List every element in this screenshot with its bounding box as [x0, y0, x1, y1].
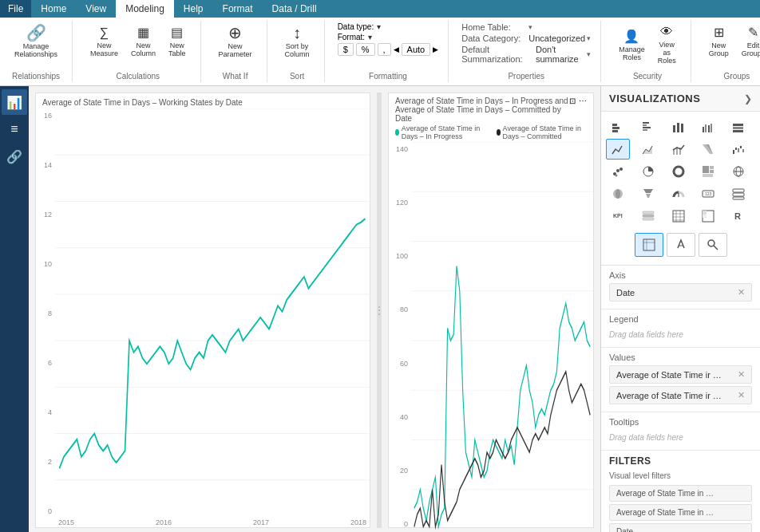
- tab-file[interactable]: File: [0, 0, 31, 18]
- axis-field[interactable]: Date ✕: [609, 283, 752, 301]
- viz-100pct-bar[interactable]: [726, 116, 750, 137]
- svg-point-46: [616, 175, 618, 177]
- values-field-2[interactable]: Average of State Time ir … ✕: [609, 386, 752, 404]
- manage-relationships-button[interactable]: 🔗 ManageRelationships: [10, 22, 62, 61]
- tooltips-section: Tooltips Drag data fields here: [601, 412, 760, 451]
- manage-roles-button[interactable]: 👤 ManageRoles: [614, 26, 650, 64]
- svg-point-45: [619, 167, 623, 171]
- viz-multirow-card[interactable]: [726, 183, 750, 204]
- new-column-button[interactable]: ▦ NewColumn: [126, 22, 160, 60]
- edit-groups-button[interactable]: ✎ EditGroups: [737, 22, 760, 60]
- viz-stacked-column[interactable]: [667, 116, 691, 137]
- percent-button[interactable]: %: [356, 43, 375, 56]
- panel-expand-icon[interactable]: ❯: [744, 93, 752, 104]
- data-category-dropdown[interactable]: Uncategorized: [528, 33, 591, 43]
- svg-rect-20: [643, 122, 649, 124]
- tab-modeling[interactable]: Modeling: [116, 0, 174, 18]
- viz-gauge[interactable]: [667, 183, 691, 204]
- sort-by-column-button[interactable]: ↕ Sort byColumn: [280, 22, 315, 61]
- new-group-button[interactable]: ⊞ NewGroup: [704, 22, 734, 60]
- svg-text:123: 123: [705, 191, 712, 196]
- svg-rect-68: [643, 211, 654, 214]
- new-measure-button[interactable]: ∑ NewMeasure: [85, 23, 123, 60]
- viz-table[interactable]: [667, 206, 691, 227]
- tab-format[interactable]: Format: [213, 0, 263, 18]
- filter-item-2[interactable]: Average of State Time in …: [609, 504, 752, 521]
- currency-button[interactable]: $: [338, 43, 354, 56]
- viz-matrix[interactable]: [696, 206, 720, 227]
- viz-area-chart[interactable]: [636, 139, 660, 160]
- svg-point-44: [616, 169, 619, 172]
- viz-clustered-column[interactable]: [696, 116, 720, 137]
- viz-stacked-bar[interactable]: [606, 116, 630, 137]
- measure-icon: ∑: [100, 26, 109, 40]
- data-view-icon[interactable]: ≡: [2, 116, 27, 142]
- charts-area: Average of State Time in Days – Working …: [35, 93, 594, 528]
- report-view-icon[interactable]: 📊: [2, 89, 27, 115]
- viz-waterfall[interactable]: [726, 139, 750, 160]
- new-parameter-button[interactable]: ⊕ NewParameter: [214, 22, 257, 61]
- roles-icon: 👤: [623, 29, 639, 44]
- fields-tool-button[interactable]: [635, 233, 663, 257]
- summarization-dropdown[interactable]: Don't summarize: [536, 45, 591, 64]
- chart-splitter[interactable]: [377, 93, 382, 528]
- viz-filled-map[interactable]: [606, 183, 630, 204]
- filters-title: FILTERS: [609, 455, 752, 467]
- viz-r-visual[interactable]: R: [726, 206, 750, 227]
- data-type-dropdown[interactable]: ▾: [377, 22, 381, 31]
- axis-field-remove[interactable]: ✕: [738, 287, 745, 298]
- legend-label: Legend: [609, 314, 752, 324]
- legend-dot-inprogress: [395, 129, 399, 136]
- viz-treemap[interactable]: [696, 161, 720, 182]
- filter-item-date[interactable]: Date (All): [609, 523, 752, 532]
- chart-resize-icon[interactable]: ⊡: [569, 97, 576, 105]
- chart-left-plot: 2015 2016 2017 2018: [55, 108, 370, 526]
- main-canvas: Average of State Time in Days – Working …: [29, 86, 600, 532]
- new-table-button[interactable]: ▤ NewTable: [164, 22, 191, 60]
- tab-data-drill[interactable]: Data / Drill: [263, 0, 327, 18]
- viz-funnel[interactable]: [636, 183, 660, 204]
- format-tool-button[interactable]: [667, 233, 695, 257]
- view-as-roles-button[interactable]: 👁 View asRoles: [653, 22, 681, 67]
- tab-help[interactable]: Help: [174, 0, 213, 18]
- values-label: Values: [609, 353, 752, 362]
- viz-ribbon[interactable]: [696, 139, 720, 160]
- svg-rect-42: [742, 149, 744, 152]
- relationship-view-icon[interactable]: 🔗: [2, 144, 27, 169]
- svg-line-86: [714, 246, 718, 250]
- ribbon-group-formatting: Data type: ▾ Format: ▾ $ % , ◀ Auto ▶ Fo…: [334, 21, 449, 82]
- viz-map[interactable]: [726, 161, 750, 182]
- visual-level-filters-label: Visual level filters: [609, 471, 752, 480]
- legend-placeholder: Drag data fields here: [609, 327, 752, 342]
- home-table-dropdown[interactable]: [528, 23, 532, 31]
- values-field-1[interactable]: Average of State Time ir … ✕: [609, 365, 752, 384]
- viz-card[interactable]: 123: [696, 183, 720, 204]
- viz-line-chart[interactable]: [606, 139, 630, 160]
- svg-point-58: [616, 189, 620, 199]
- viz-line-clustered[interactable]: [667, 139, 691, 160]
- chart-more-icon[interactable]: ⋯: [579, 97, 587, 105]
- filter-item-1[interactable]: Average of State Time in …: [609, 485, 752, 502]
- viz-kpi[interactable]: KPI: [606, 206, 630, 227]
- svg-rect-30: [711, 124, 712, 132]
- chart-controls: ⊡ ⋯: [569, 97, 587, 105]
- values-field-1-remove[interactable]: ✕: [738, 369, 745, 380]
- viz-pie[interactable]: [636, 161, 660, 182]
- left-sidebar: 📊 ≡ 🔗: [0, 86, 29, 532]
- ribbon-group-relationships: 🔗 ManageRelationships Relationships: [6, 21, 73, 82]
- format-dropdown[interactable]: ▾: [368, 33, 372, 41]
- viz-scatter[interactable]: [606, 161, 630, 182]
- viz-clustered-bar[interactable]: [636, 116, 660, 137]
- legend-section: Legend Drag data fields here: [601, 309, 760, 348]
- comma-button[interactable]: ,: [378, 43, 391, 56]
- tab-view[interactable]: View: [76, 0, 116, 18]
- auto-button[interactable]: Auto: [402, 43, 431, 56]
- tab-home[interactable]: Home: [31, 0, 76, 18]
- viz-donut[interactable]: [667, 161, 691, 182]
- svg-rect-29: [708, 125, 710, 132]
- analytics-tool-button[interactable]: [699, 233, 727, 257]
- values-field-2-remove[interactable]: ✕: [738, 390, 745, 400]
- svg-rect-66: [733, 197, 744, 199]
- edit-groups-icon: ✎: [748, 25, 758, 40]
- viz-slicer[interactable]: [636, 206, 660, 227]
